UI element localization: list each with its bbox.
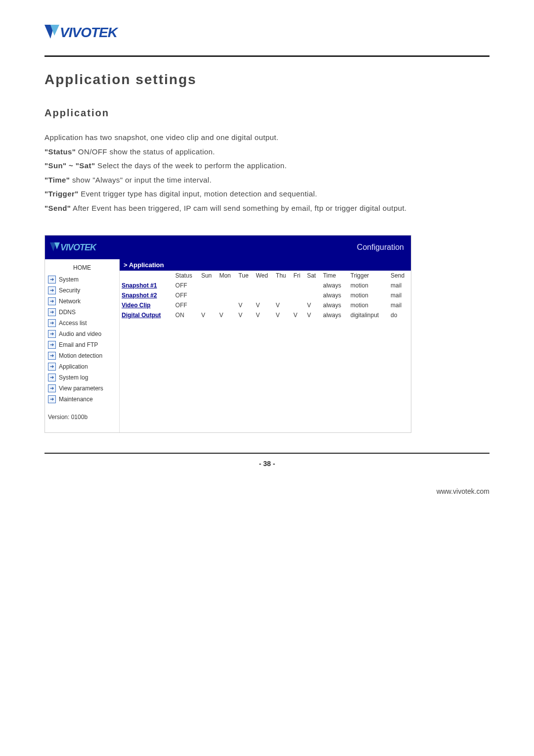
cell-tue bbox=[236, 290, 254, 300]
cell-send: mail bbox=[389, 281, 411, 290]
sidebar-item-audio-video[interactable]: ➔ Audio and video bbox=[45, 329, 119, 339]
sidebar-item-label: Application bbox=[59, 363, 88, 370]
cell-sun bbox=[199, 300, 218, 310]
arrow-right-icon: ➔ bbox=[48, 308, 56, 316]
cell-sun: V bbox=[199, 310, 218, 320]
desc-line: "Trigger" Event trigger type has digital… bbox=[44, 187, 490, 201]
desc-line: "Send" After Event has been triggered, I… bbox=[44, 201, 490, 216]
footer-url: www.vivotek.com bbox=[44, 487, 490, 495]
col-trigger: Trigger bbox=[349, 271, 389, 281]
sidebar-item-network[interactable]: ➔ Network bbox=[45, 296, 119, 307]
snapshot2-link[interactable]: Snapshot #2 bbox=[122, 292, 157, 299]
table-row: Video Clip OFF V V V V always motion mai… bbox=[120, 300, 411, 310]
sidebar-item-system-log[interactable]: ➔ System log bbox=[45, 372, 119, 383]
cell-time: always bbox=[321, 281, 349, 290]
cell-wed bbox=[254, 290, 273, 300]
application-table: Status Sun Mon Tue Wed Thu Fri Sat Time … bbox=[120, 271, 411, 320]
cell-status: OFF bbox=[174, 290, 199, 300]
arrow-right-icon: ➔ bbox=[48, 395, 56, 403]
cell-mon bbox=[217, 290, 236, 300]
logo-mark-icon bbox=[44, 25, 58, 41]
sidebar-item-maintenance[interactable]: ➔ Maintenance bbox=[45, 394, 119, 405]
cell-time: always bbox=[321, 300, 349, 310]
sidebar-item-label: Network bbox=[59, 298, 81, 305]
section-title-application: Application bbox=[44, 107, 490, 119]
content-area: > Application Status Sun Mon Tue Wed Thu… bbox=[120, 259, 411, 432]
arrow-right-icon: ➔ bbox=[48, 374, 56, 381]
cell-send: do bbox=[389, 310, 411, 320]
config-header: VIVOTEK Configuration bbox=[45, 236, 411, 259]
cell-time: always bbox=[321, 310, 349, 320]
cell-mon bbox=[217, 300, 236, 310]
cell-mon bbox=[217, 281, 236, 290]
cell-status: OFF bbox=[174, 300, 199, 310]
sidebar-item-label: Maintenance bbox=[59, 396, 93, 403]
col-sat: Sat bbox=[305, 271, 321, 281]
cell-thu: V bbox=[274, 310, 292, 320]
col-tue: Tue bbox=[236, 271, 254, 281]
col-fri: Fri bbox=[292, 271, 305, 281]
table-header-row: Status Sun Mon Tue Wed Thu Fri Sat Time … bbox=[120, 271, 411, 281]
page-number: - 38 - bbox=[44, 460, 490, 468]
cell-fri: V bbox=[292, 310, 305, 320]
table-row: Snapshot #2 OFF always motion mail bbox=[120, 290, 411, 300]
divider-bottom bbox=[44, 453, 490, 454]
cell-time: always bbox=[321, 290, 349, 300]
col-sun: Sun bbox=[199, 271, 218, 281]
col-name bbox=[120, 271, 174, 281]
sidebar-item-security[interactable]: ➔ Security bbox=[45, 285, 119, 296]
sidebar-item-access-list[interactable]: ➔ Access list bbox=[45, 318, 119, 329]
sidebar-home[interactable]: HOME bbox=[45, 261, 119, 274]
cell-tue: V bbox=[236, 310, 254, 320]
cell-fri bbox=[292, 290, 305, 300]
sidebar: HOME ➔ System ➔ Security ➔ Network ➔ DDN… bbox=[45, 259, 120, 432]
sidebar-item-label: System log bbox=[59, 374, 88, 381]
brand-logo-config: VIVOTEK bbox=[50, 242, 96, 253]
cell-wed bbox=[254, 281, 273, 290]
cell-thu: V bbox=[274, 300, 292, 310]
videoclip-link[interactable]: Video Clip bbox=[122, 302, 150, 309]
page-title: Application settings bbox=[44, 72, 490, 88]
sidebar-item-system[interactable]: ➔ System bbox=[45, 274, 119, 285]
sidebar-item-label: View parameters bbox=[59, 385, 103, 392]
cell-wed: V bbox=[254, 300, 273, 310]
cell-trigger: motion bbox=[349, 290, 389, 300]
desc-line: "Time" show "Always" or input the time i… bbox=[44, 173, 490, 188]
logo-mark-icon bbox=[50, 242, 59, 252]
description-block: Application has two snapshot, one video … bbox=[44, 131, 490, 215]
arrow-right-icon: ➔ bbox=[48, 297, 56, 305]
cell-tue bbox=[236, 281, 254, 290]
sidebar-item-label: Security bbox=[59, 287, 80, 294]
arrow-right-icon: ➔ bbox=[48, 319, 56, 327]
brand-logo-header: VIVOTEK bbox=[44, 25, 490, 41]
arrow-right-icon: ➔ bbox=[48, 352, 56, 360]
cell-sat: V bbox=[305, 310, 321, 320]
cell-sat bbox=[305, 281, 321, 290]
table-row: Digital Output ON V V V V V V V always d… bbox=[120, 310, 411, 320]
cell-trigger: digitalinput bbox=[349, 310, 389, 320]
firmware-version: Version: 0100b bbox=[45, 405, 119, 425]
brand-text-small: VIVOTEK bbox=[60, 242, 96, 253]
sidebar-item-application[interactable]: ➔ Application bbox=[45, 361, 119, 372]
cell-sat bbox=[305, 290, 321, 300]
sidebar-item-label: System bbox=[59, 276, 79, 283]
cell-tue: V bbox=[236, 300, 254, 310]
cell-sun bbox=[199, 281, 218, 290]
col-thu: Thu bbox=[274, 271, 292, 281]
sidebar-item-view-parameters[interactable]: ➔ View parameters bbox=[45, 383, 119, 394]
arrow-right-icon: ➔ bbox=[48, 363, 56, 371]
cell-status: ON bbox=[174, 310, 199, 320]
col-time: Time bbox=[321, 271, 349, 281]
snapshot1-link[interactable]: Snapshot #1 bbox=[122, 282, 157, 289]
col-mon: Mon bbox=[217, 271, 236, 281]
arrow-right-icon: ➔ bbox=[48, 286, 56, 294]
sidebar-item-label: Audio and video bbox=[59, 331, 101, 337]
cell-status: OFF bbox=[174, 281, 199, 290]
cell-thu bbox=[274, 281, 292, 290]
sidebar-item-motion-detection[interactable]: ➔ Motion detection bbox=[45, 350, 119, 361]
sidebar-item-ddns[interactable]: ➔ DDNS bbox=[45, 307, 119, 318]
sidebar-item-email-ftp[interactable]: ➔ Email and FTP bbox=[45, 339, 119, 350]
digitaloutput-link[interactable]: Digital Output bbox=[122, 312, 161, 319]
cell-sun bbox=[199, 290, 218, 300]
sidebar-item-label: Email and FTP bbox=[59, 341, 98, 348]
